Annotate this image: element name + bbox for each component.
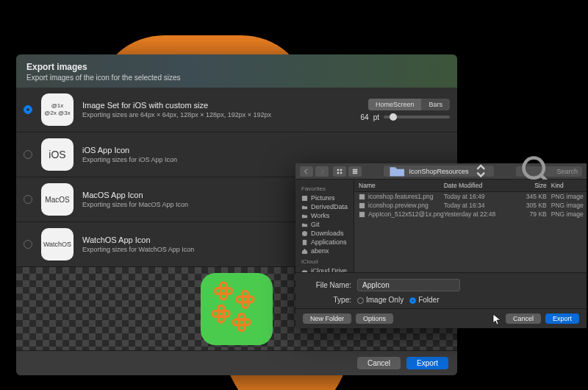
png-icon (359, 202, 365, 209)
size-unit: pt (373, 113, 379, 121)
sidebar-item[interactable]: Applications (295, 238, 354, 247)
save-panel-fields: File Name: Type: Image Only Folder (295, 272, 587, 308)
option-title: iOS App Icon (82, 146, 450, 155)
sidebar-item[interactable]: DerivedData (295, 202, 354, 211)
dialog-subtitle: Export images of the icon for the select… (26, 74, 447, 82)
option-thumbnail: iOS (41, 138, 74, 171)
col-date[interactable]: Date Modified (444, 182, 510, 189)
col-kind[interactable]: Kind (547, 182, 585, 189)
type-image-only-radio[interactable]: Image Only (357, 296, 404, 304)
sidebar-item[interactable]: iCloud Drive (295, 266, 354, 272)
radio-icon[interactable] (24, 240, 32, 249)
svg-point-11 (212, 311, 218, 316)
folder-icon (301, 213, 308, 219)
filename-label: File Name: (304, 281, 351, 289)
file-row[interactable]: iconshop.features1.png Today at 16:49 34… (354, 192, 587, 201)
dialog-title: Export images (26, 62, 447, 72)
sheet-export-button[interactable]: Export (545, 313, 579, 324)
location-popup[interactable]: IconShopResources (384, 166, 494, 177)
sidebar-item[interactable]: Downloads (295, 229, 354, 238)
size-value: 64 (361, 113, 369, 121)
app-icon-glyph (207, 279, 267, 339)
nav-back-button[interactable] (300, 166, 313, 177)
picture-icon (301, 195, 308, 202)
dialog-footer: Cancel Export (16, 350, 457, 375)
option-subtitle: Exporting sizes are 64px × 64px, 128px ×… (82, 111, 355, 118)
segment-bars[interactable]: Bars (421, 99, 450, 110)
app-icon-preview (201, 273, 273, 345)
dialog-header: Export images Export images of the icon … (16, 54, 457, 88)
folder-icon (388, 162, 406, 180)
svg-point-18 (238, 313, 244, 319)
svg-rect-34 (359, 202, 365, 208)
svg-point-12 (223, 311, 229, 316)
filename-input[interactable] (357, 279, 460, 291)
view-mode-button[interactable] (333, 166, 346, 177)
export-option-row[interactable]: @1x @2x @3x Image Set for iOS with custo… (16, 88, 457, 132)
svg-rect-29 (302, 195, 307, 200)
radio-icon[interactable] (24, 150, 32, 159)
cursor-icon (492, 313, 501, 325)
chevron-updown-icon (472, 162, 490, 180)
svg-rect-26 (353, 172, 357, 174)
app-icon (301, 239, 308, 246)
export-button[interactable]: Export (406, 357, 448, 369)
search-input[interactable]: Search (516, 166, 582, 177)
radio-selected-icon[interactable] (24, 105, 32, 114)
home-icon (301, 248, 308, 255)
svg-rect-33 (359, 194, 365, 199)
sidebar-item[interactable]: Works (295, 211, 354, 220)
segment-homescreen[interactable]: HomeScreen (368, 99, 422, 110)
folder-icon (301, 204, 308, 210)
sheet-cancel-button[interactable]: Cancel (506, 313, 541, 324)
svg-point-16 (233, 319, 239, 325)
view-mode-list-button[interactable] (348, 166, 362, 177)
svg-point-14 (218, 316, 224, 322)
sidebar-item[interactable]: Pictures (295, 194, 354, 202)
radio-icon[interactable] (24, 195, 32, 204)
svg-point-9 (242, 302, 248, 308)
new-folder-button[interactable]: New Folder (303, 313, 351, 324)
sidebar-item[interactable]: Git (295, 220, 354, 229)
search-placeholder: Search (556, 168, 578, 175)
file-row[interactable]: AppIcon_512x512@1x.png Yesterday at 22:4… (354, 210, 587, 219)
svg-rect-22 (337, 171, 339, 173)
file-row[interactable]: iconshop.preview.png Today at 16:34 305 … (354, 201, 587, 210)
option-thumbnail: WatchOS (41, 228, 74, 260)
type-label: Type: (304, 296, 351, 304)
svg-rect-20 (337, 169, 339, 170)
cancel-button[interactable]: Cancel (357, 357, 401, 369)
svg-point-6 (237, 296, 243, 302)
svg-point-13 (218, 305, 224, 311)
segmented-control[interactable]: HomeScreen Bars (368, 99, 450, 110)
download-icon (301, 230, 308, 237)
icloud-header: iCloud (295, 257, 354, 266)
save-panel-toolbar: IconShopResources Search (295, 163, 587, 180)
svg-point-2 (226, 288, 232, 294)
type-folder-radio[interactable]: Folder (409, 296, 439, 304)
svg-point-19 (238, 325, 244, 330)
location-label: IconShopResources (409, 168, 468, 175)
option-thumbnail: @1x @2x @3x (41, 93, 74, 126)
option-title: Image Set for iOS with custom size (82, 101, 355, 110)
sidebar-favorites: Favorites Pictures DerivedData Works Git… (295, 180, 354, 272)
svg-rect-21 (340, 169, 342, 170)
svg-rect-24 (353, 169, 357, 170)
sidebar-item[interactable]: abenx (295, 247, 354, 255)
file-browser: Name Date Modified Size Kind iconshop.fe… (354, 180, 587, 272)
size-slider[interactable] (384, 116, 450, 118)
save-panel-footer: New Folder Options Cancel Export (295, 308, 587, 328)
col-name[interactable]: Name (359, 182, 444, 189)
options-button[interactable]: Options (356, 313, 393, 324)
favorites-header: Favorites (295, 184, 354, 194)
svg-rect-31 (303, 239, 306, 244)
save-panel: IconShopResources Search Favorites Pictu… (295, 163, 587, 328)
svg-point-3 (220, 282, 226, 288)
option-thumbnail: MacOS (41, 183, 74, 216)
nav-forward-button[interactable] (315, 166, 329, 177)
folder-icon (301, 221, 308, 228)
column-headers[interactable]: Name Date Modified Size Kind (354, 180, 587, 192)
svg-point-30 (302, 230, 307, 235)
svg-point-7 (248, 296, 254, 302)
col-size[interactable]: Size (510, 182, 547, 189)
